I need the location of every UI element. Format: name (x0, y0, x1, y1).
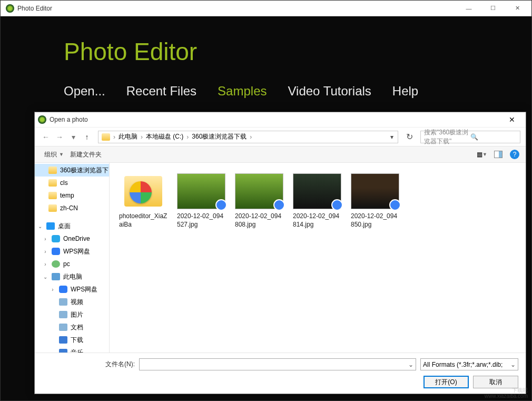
dialog-toolbar: 组织 ▼ 新建文件夹 ▦ ▼ ? (35, 146, 526, 163)
app-icon (6, 4, 14, 13)
tree-item[interactable]: 下载 (35, 334, 109, 346)
tree-item[interactable]: ›WPS网盘 (35, 283, 109, 296)
dialog-titlebar: Open a photo ✕ (35, 112, 526, 127)
refresh-button[interactable]: ↻ (403, 131, 415, 143)
file-open-dialog: Open a photo ✕ ← → ▾ ↑ › 此电脑 › 本地磁盘 (C:)… (34, 112, 526, 394)
dialog-bottom: 文件名(N): ⌄ All Formats (*.3fr;*.arw;*.dib… (35, 353, 526, 394)
tree-item-desktop[interactable]: ⌄桌面 (35, 220, 109, 232)
crumb-drive[interactable]: 本地磁盘 (C:) (143, 132, 186, 141)
app-tabs: Open... Recent Files Samples Video Tutor… (64, 84, 468, 99)
dialog-nav: ← → ▾ ↑ › 此电脑 › 本地磁盘 (C:) › 360极速浏览器下载 ›… (35, 127, 526, 146)
file-item[interactable]: 2020-12-02_094850.jpg (351, 172, 399, 229)
cancel-button[interactable]: 取消 (473, 376, 518, 388)
breadcrumb-dropdown[interactable]: ▾ (388, 133, 396, 141)
file-list[interactable]: photoeditor_XiaZaiBa 2020-12-02_094527.j… (110, 163, 526, 353)
app-title: Photo Editor (17, 5, 457, 12)
search-icon: 🔍 (470, 133, 517, 141)
organize-menu[interactable]: 组织 ▼ (41, 149, 67, 160)
view-mode-button[interactable]: ▦ ▼ (477, 150, 487, 159)
tab-recent[interactable]: Recent Files (126, 84, 196, 99)
image-thumbnail (177, 173, 225, 209)
maximize-button[interactable]: ☐ (481, 1, 505, 16)
search-placeholder: 搜索"360极速浏览器下载" (424, 128, 470, 146)
dialog-icon (38, 115, 46, 124)
app-heading: Photo Editor (64, 37, 468, 66)
filename-input[interactable]: ⌄ (139, 358, 416, 370)
file-type-filter[interactable]: All Formats (*.3fr;*.arw;*.dib;⌄ (420, 358, 518, 370)
photo-badge-icon (389, 199, 401, 211)
tree-item[interactable]: zh-CN (35, 202, 109, 214)
tree-item-onedrive[interactable]: ›OneDrive (35, 232, 109, 245)
open-button[interactable]: 打开(O) (423, 376, 469, 388)
image-thumbnail (235, 173, 283, 209)
nav-up-button[interactable]: ↑ (81, 131, 93, 143)
file-item[interactable]: 2020-12-02_094808.jpg (235, 172, 283, 229)
tree-item-thispc[interactable]: ⌄此电脑 (35, 270, 109, 283)
nav-back-button[interactable]: ← (40, 131, 52, 143)
image-thumbnail (293, 173, 341, 209)
tree-item[interactable]: 图片 (35, 308, 109, 321)
tab-open[interactable]: Open... (64, 84, 105, 99)
crumb-pc[interactable]: 此电脑 (115, 132, 141, 141)
chevron-down-icon[interactable]: ⌄ (510, 361, 516, 368)
preview-pane-button[interactable] (494, 151, 503, 158)
photo-badge-icon (215, 199, 227, 211)
chevron-down-icon[interactable]: ⌄ (408, 361, 413, 368)
close-button[interactable]: ✕ (505, 1, 529, 16)
folder-icon (102, 133, 110, 141)
dialog-title: Open a photo (50, 116, 501, 123)
app-titlebar: Photo Editor — ☐ ✕ (1, 1, 531, 16)
tree-item[interactable]: 音乐 (35, 346, 109, 353)
tree-item-selected[interactable]: 360极速浏览器下 (35, 164, 109, 177)
new-folder-button[interactable]: 新建文件夹 (67, 149, 105, 160)
search-input[interactable]: 搜索"360极速浏览器下载" 🔍 (420, 131, 520, 143)
nav-forward-button[interactable]: → (54, 131, 65, 143)
dialog-body: 360极速浏览器下 cls temp zh-CN ⌄桌面 ›OneDrive ›… (35, 163, 526, 353)
tab-help[interactable]: Help (392, 84, 418, 99)
minimize-button[interactable]: — (457, 1, 481, 16)
tree-item-user[interactable]: ›pc (35, 258, 109, 270)
help-icon[interactable]: ? (510, 150, 519, 159)
photo-badge-icon (331, 199, 343, 211)
tab-samples[interactable]: Samples (218, 84, 267, 99)
crumb-folder[interactable]: 360极速浏览器下载 (189, 132, 250, 141)
dialog-close-button[interactable]: ✕ (501, 112, 523, 127)
tab-video[interactable]: Video Tutorials (288, 84, 371, 99)
tree-item[interactable]: temp (35, 189, 109, 202)
nav-history-dropdown[interactable]: ▾ (67, 131, 79, 143)
file-item[interactable]: 2020-12-02_094814.jpg (293, 172, 341, 229)
tree-item[interactable]: cls (35, 177, 109, 189)
file-item-folder[interactable]: photoeditor_XiaZaiBa (119, 172, 168, 229)
tree-item-wps[interactable]: ›WPS网盘 (35, 245, 109, 258)
file-item[interactable]: 2020-12-02_094527.jpg (177, 172, 225, 229)
folder-icon (124, 176, 162, 207)
tree-item[interactable]: 文档 (35, 321, 109, 334)
photo-badge-icon (273, 199, 285, 211)
image-thumbnail (351, 173, 399, 209)
tree-item[interactable]: 视频 (35, 296, 109, 308)
filename-label: 文件名(N): (105, 360, 135, 369)
folder-tree[interactable]: 360极速浏览器下 cls temp zh-CN ⌄桌面 ›OneDrive ›… (35, 163, 110, 353)
breadcrumb[interactable]: › 此电脑 › 本地磁盘 (C:) › 360极速浏览器下载 › ▾ (98, 131, 398, 143)
